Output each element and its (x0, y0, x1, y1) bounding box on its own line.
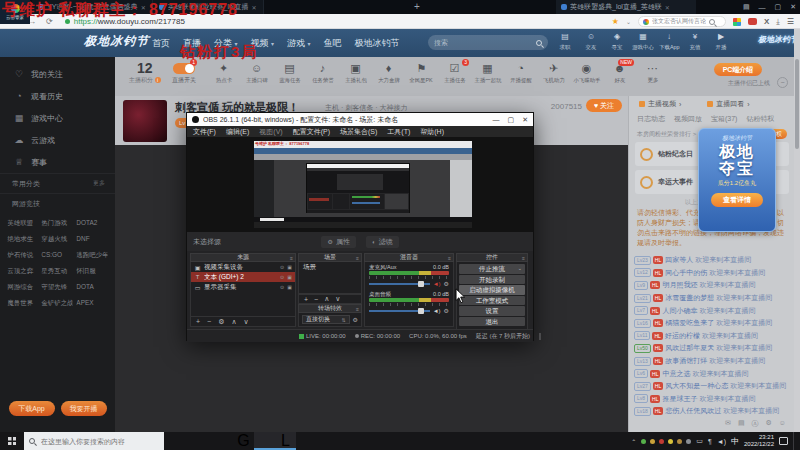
header-quick-link[interactable]: ▶ 开播 (708, 32, 734, 52)
collapse-circle-button[interactable]: − (777, 77, 788, 88)
microphone-icon[interactable]: ¶ (708, 438, 712, 445)
video-tab[interactable]: 主播视频 › (639, 99, 681, 109)
sidebar-item[interactable]: ▦ 游戏中心 (0, 107, 115, 129)
speaker-icon[interactable]: ◄) (433, 281, 441, 287)
new-tab-button[interactable]: + (414, 1, 420, 12)
chat-username[interactable]: 明月照我还 (662, 280, 697, 290)
game-category-link[interactable]: 怀旧服 (76, 264, 108, 279)
site-search-box[interactable]: 搜索 (428, 35, 548, 50)
chat-username[interactable]: 推星球王子 (662, 394, 697, 404)
follow-button[interactable]: ♥ 关注 (586, 99, 622, 112)
source-row[interactable]: ▭ 显示器采集 ⊙ ▣ (191, 282, 295, 292)
game-center-icon[interactable]: G (233, 432, 254, 450)
obs-menu-item[interactable]: 编辑(E) (226, 127, 249, 137)
extensions-icon[interactable] (733, 18, 741, 26)
obs-control-button[interactable]: 启动虚拟摄像机 (459, 285, 525, 295)
sidebar-item[interactable]: ◔ 观看历史 (0, 85, 115, 107)
source-row[interactable]: T 文本 (GDI+) 2 ⊙ ▣ (191, 272, 295, 282)
page-scrollbar[interactable] (794, 29, 800, 432)
chat-username[interactable]: 回家等人 (665, 255, 693, 265)
source-properties-icon[interactable]: ⚙ (218, 318, 224, 326)
dashboard-item[interactable]: ◉ 小飞碟助手 (570, 61, 603, 85)
eye-icon[interactable]: ⊙ (280, 264, 284, 270)
dashboard-item[interactable]: ▣ 主播礼包 (339, 61, 372, 85)
toggle-on-icon[interactable]: 1 (173, 63, 195, 74)
bookmark-caret-icon[interactable]: ⌄ (626, 18, 631, 25)
obs-control-button[interactable]: 停止推流 (459, 264, 525, 274)
chat-username[interactable]: 橘猫爱吃鱼来了 (665, 318, 714, 328)
rail-action-button[interactable]: 下载App (9, 401, 55, 416)
chrome-icon[interactable] (212, 432, 233, 450)
info-icon[interactable]: i (155, 77, 161, 83)
header-quick-link[interactable]: ▤ 求职 (552, 32, 578, 52)
dashboard-item[interactable]: ♦ 大力金牌 (372, 61, 405, 85)
game-category-link[interactable]: 炉石传说 (7, 248, 39, 263)
dashboard-item[interactable]: ☺ 主播口碑 (240, 61, 273, 85)
add-scene-button[interactable]: + (304, 296, 308, 303)
obs-minimize-button[interactable]: — (493, 116, 500, 124)
search-icon[interactable] (536, 40, 542, 46)
tray-app-icon[interactable] (659, 439, 664, 444)
header-quick-link[interactable]: ▦ 游戏中心 (630, 32, 656, 52)
volume-slider[interactable] (369, 310, 430, 312)
chat-username[interactable]: 悲伤人任凭风吹过 (665, 406, 721, 416)
browser-search-box[interactable]: 张文宏否认网传言论 (638, 16, 726, 27)
dashboard-item[interactable]: ♪ 任务荣誉 (306, 61, 339, 85)
remove-source-button[interactable]: − (207, 318, 211, 325)
dashboard-item[interactable]: ✦ 热点卡 (207, 61, 240, 85)
maximize-button[interactable]: ▢ (775, 3, 782, 11)
fan-rank-link[interactable]: 本房间粉丝荣誉排行 > (637, 130, 696, 139)
panel-tab[interactable]: 宝箱(37) (711, 114, 737, 124)
header-quick-link[interactable]: ◈ 寻宝 (604, 32, 630, 52)
transition-select[interactable]: 直接切换⇅ (302, 315, 350, 324)
move-up-icon[interactable]: ∧ (324, 295, 329, 303)
header-quick-link[interactable]: ☺ 交友 (578, 32, 604, 52)
move-down-icon[interactable]: ∨ (335, 295, 340, 303)
nav-item[interactable]: 游戏 ▾ (287, 37, 311, 50)
menu-icon[interactable]: ☰ (787, 17, 794, 26)
event-banner-right[interactable]: 极地冰钓节 (758, 34, 798, 45)
lock-icon[interactable]: ▣ (287, 284, 292, 290)
nav-item[interactable]: 极地冰钓节 ▾ (355, 37, 400, 50)
source-row[interactable]: ▣ 视频采集设备 ⊙ ▣ (191, 262, 295, 272)
chat-username[interactable]: 故事酒馆打烊 (665, 356, 707, 366)
speaker-icon[interactable]: ◄) (433, 308, 441, 314)
eye-icon[interactable]: ⊙ (280, 274, 284, 280)
add-source-button[interactable]: + (196, 318, 200, 325)
game-category-link[interactable]: 星秀互动 (42, 264, 74, 279)
chat-username[interactable]: 风大不知是一种心态 (665, 381, 728, 391)
obs-control-button[interactable]: 工作室模式 (459, 296, 525, 306)
game-category-link[interactable]: 网游综合 (7, 280, 39, 295)
sidebar-item[interactable]: ♕ 赛事 (0, 151, 115, 173)
sidebar-item[interactable]: ♡ 我的关注 (0, 63, 115, 85)
dashboard-item[interactable]: 3 ☑ 主播任务 (438, 61, 471, 85)
start-button[interactable] (0, 437, 24, 445)
game-category-link[interactable]: 魔兽世界 (7, 296, 39, 311)
chat-username[interactable]: 人间小确幸 (662, 306, 697, 316)
obs-icon[interactable] (254, 432, 275, 450)
taskbar-clock[interactable]: 23:21 2022/12/22 (744, 434, 774, 448)
obs-control-button[interactable]: 退出 (459, 317, 525, 327)
chat-username[interactable]: 中意之选 (662, 369, 690, 379)
notification-center-icon[interactable] (779, 437, 788, 445)
slider-knob[interactable] (418, 281, 424, 287)
eye-icon[interactable]: ⊙ (280, 284, 284, 290)
volume-icon[interactable]: ◄) (717, 438, 726, 445)
streamer-avatar[interactable] (123, 100, 167, 142)
game-category-link[interactable]: 守望先锋 (42, 280, 74, 295)
live-switch[interactable]: 1 直播开关 (167, 63, 201, 85)
chat-toolbar-icon[interactable]: ✉ (725, 419, 731, 429)
obs-maximize-button[interactable]: ▢ (508, 116, 515, 124)
download-icon[interactable]: ⤓ (776, 17, 780, 27)
obs-close-button[interactable]: ✕ (522, 116, 528, 124)
more-link[interactable]: 更多 (93, 179, 105, 188)
nav-item[interactable]: 首页 ▾ (152, 37, 170, 50)
game-category-link[interactable]: 金铲铲之战 (42, 296, 74, 311)
video-tab[interactable]: 直播回看 › (707, 99, 749, 109)
chat-toolbar-icon[interactable]: ☺ (779, 419, 786, 429)
dashboard-item[interactable]: ⋯ 更多 (636, 61, 669, 85)
game-category-link[interactable]: 云顶之弈 (7, 264, 39, 279)
ime-indicator[interactable]: 中 (731, 436, 739, 447)
browser-panel-icon[interactable]: ▤ (743, 3, 750, 11)
chat-username[interactable]: 风吹过那年夏天 (665, 343, 714, 353)
